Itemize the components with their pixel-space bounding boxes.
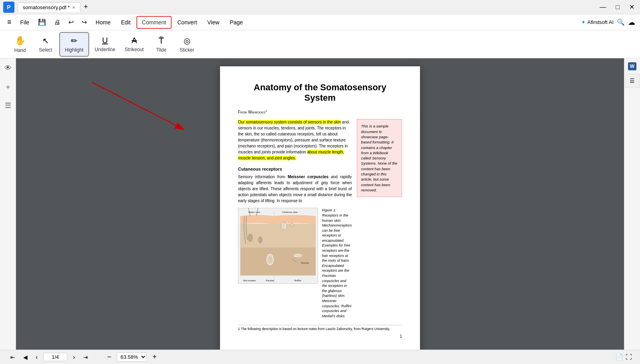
tilde-icon: T̃: [159, 36, 164, 46]
hamburger-menu[interactable]: ≡: [5, 16, 14, 28]
paragraph-text-3: ), and pain (: [274, 144, 295, 148]
nociceptors-text: nociceptors: [295, 144, 315, 148]
word-badge[interactable]: W: [628, 62, 636, 70]
right-panel-icon[interactable]: ☰: [625, 74, 640, 88]
comment-toolbar: ✋ Hand ↖ Select ✏ Highlight U Underline …: [0, 30, 640, 58]
prev-arrow-button[interactable]: ‹: [33, 353, 40, 362]
mechano-text: mechano receptors: [239, 144, 274, 148]
nav-edit[interactable]: Edit: [116, 17, 135, 28]
zoom-in-button[interactable]: +: [150, 352, 159, 362]
menu-left: ≡ File 💾 🖨 ↩ ↪: [5, 16, 89, 28]
right-sidebar: W ☰: [624, 58, 640, 350]
svg-line-1: [92, 82, 184, 129]
footnote: 1 The following description is based on …: [238, 325, 402, 331]
underline-tool-button[interactable]: U Underline: [91, 34, 119, 55]
highlighted-sentence-1: Our somatosensory system consists of sen…: [238, 120, 341, 124]
figure-area: Hairy skin Glabrous skin Epidermis: [238, 208, 352, 318]
close-window-button[interactable]: ✕: [627, 2, 637, 12]
hand-icon: ✋: [15, 36, 26, 46]
page-input[interactable]: [43, 353, 67, 361]
app-logo: P: [7, 4, 10, 10]
undo-button[interactable]: ↩: [66, 17, 76, 28]
svg-text:Glabrous skin: Glabrous skin: [282, 211, 298, 213]
highlight-label: Highlight: [65, 47, 84, 53]
underline-icon: U: [102, 36, 108, 45]
hand-label: Hand: [14, 48, 26, 53]
figure-caption: Figure 1: Receptors in the human skin: M…: [322, 208, 352, 318]
left-sidebar: 👁 ＋ ☰: [0, 58, 16, 350]
active-tab[interactable]: somatosensory.pdf * ×: [18, 2, 80, 12]
strikeout-icon: A: [132, 36, 137, 45]
page-number: 1: [238, 334, 402, 338]
title-bar-left: P somatosensory.pdf * × +: [3, 1, 91, 13]
menu-navigation: Home Edit Comment Convert View Page: [91, 16, 248, 29]
content-area[interactable]: Anatomy of the Somatosensory System From…: [16, 58, 624, 350]
highlight-tool-wrapper: ✏ Highlight: [59, 32, 89, 57]
maximize-button[interactable]: □: [613, 3, 622, 12]
prev-page-button[interactable]: ◀: [21, 353, 30, 361]
select-tool-button[interactable]: ↖ Select: [34, 34, 58, 55]
minimize-button[interactable]: —: [597, 3, 608, 12]
strikeout-tool-button[interactable]: A Strikeout: [121, 34, 148, 55]
menu-right: ✦ Afirstsoft AI 🔍 ☁: [581, 18, 635, 27]
bottom-right-controls: 📄 ⛶: [615, 353, 632, 361]
svg-point-15: [281, 222, 287, 230]
ai-icon: ✦: [581, 19, 586, 25]
title-bar-controls: — □ ✕: [597, 2, 637, 12]
ai-button[interactable]: ✦ Afirstsoft AI: [581, 19, 614, 25]
nav-home[interactable]: Home: [91, 17, 115, 28]
print-button[interactable]: 🖨: [52, 17, 63, 28]
add-tab-button[interactable]: +: [80, 1, 91, 13]
main-area: 👁 ＋ ☰ Anatomy of the Somatosensory Syste…: [0, 58, 640, 350]
search-icon[interactable]: 🔍: [617, 18, 625, 26]
panel-icon: ☰: [630, 78, 635, 84]
cutaneous-body: Sensory information from Meissner corpus…: [238, 174, 352, 204]
highlight-tool-button[interactable]: ✏ Highlight: [61, 34, 88, 55]
sticker-label: Sticker: [180, 47, 194, 53]
sidebar-view-icon[interactable]: 👁: [3, 62, 13, 74]
sidebar-add-icon[interactable]: ＋: [3, 80, 13, 93]
save-doc-icon[interactable]: 📄: [615, 353, 623, 361]
file-menu[interactable]: File: [17, 18, 33, 27]
next-arrow-button[interactable]: ›: [70, 353, 77, 362]
tilde-label: Tilde: [156, 47, 167, 53]
sidebar-list-icon[interactable]: ☰: [3, 99, 13, 111]
redo-button[interactable]: ↪: [79, 17, 89, 28]
select-icon: ↖: [42, 36, 49, 46]
zoom-out-button[interactable]: −: [105, 352, 114, 362]
fullscreen-icon[interactable]: ⛶: [626, 354, 632, 361]
svg-point-14: [258, 237, 262, 243]
last-page-button[interactable]: ⇥: [81, 353, 90, 361]
first-page-button[interactable]: ⇤: [8, 353, 18, 361]
pdf-source: From Wikibooks1: [238, 109, 402, 114]
tab-filename: somatosensory.pdf *: [23, 4, 70, 10]
skin-diagram: Hairy skin Glabrous skin Epidermis: [238, 208, 318, 284]
nav-convert[interactable]: Convert: [172, 17, 202, 28]
nav-view[interactable]: View: [202, 17, 224, 28]
pdf-title: Anatomy of the Somatosensory System: [238, 82, 402, 103]
sticker-icon: ◎: [184, 36, 190, 46]
sticker-tool-button[interactable]: ◎ Sticker: [175, 34, 199, 55]
pdf-main-column: Our somatosensory system consists of sen…: [238, 119, 352, 318]
side-info-box: This is a sample document to showcase pa…: [357, 119, 402, 197]
svg-text:Hairy skin: Hairy skin: [248, 211, 260, 213]
hand-tool-button[interactable]: ✋ Hand: [8, 33, 32, 56]
svg-point-16: [290, 223, 294, 227]
bottom-bar: ⇤ ◀ ‹ › ⇥ − 63.58% 50% 75% 100% 125% 150…: [0, 350, 640, 364]
strikeout-label: Strikeout: [125, 47, 144, 52]
cloud-icon[interactable]: ☁: [628, 18, 635, 27]
nav-comment[interactable]: Comment: [136, 16, 172, 29]
svg-text:Hair receptor: Hair receptor: [243, 279, 256, 282]
close-tab-icon[interactable]: ×: [72, 4, 76, 10]
svg-text:Dermis: Dermis: [301, 261, 309, 264]
svg-point-13: [248, 234, 253, 242]
select-label: Select: [39, 47, 52, 53]
skin-svg: Hairy skin Glabrous skin Epidermis: [238, 208, 318, 284]
save-button[interactable]: 💾: [36, 17, 48, 28]
zoom-level-select[interactable]: 63.58% 50% 75% 100% 125% 150%: [117, 352, 147, 362]
tilde-tool-button[interactable]: T̃ Tilde: [149, 34, 173, 55]
nav-page[interactable]: Page: [225, 17, 248, 28]
svg-text:Pacinian: Pacinian: [266, 279, 274, 282]
pdf-page: Anatomy of the Somatosensory System From…: [220, 66, 420, 350]
title-bar: P somatosensory.pdf * × + — □ ✕: [0, 0, 640, 14]
